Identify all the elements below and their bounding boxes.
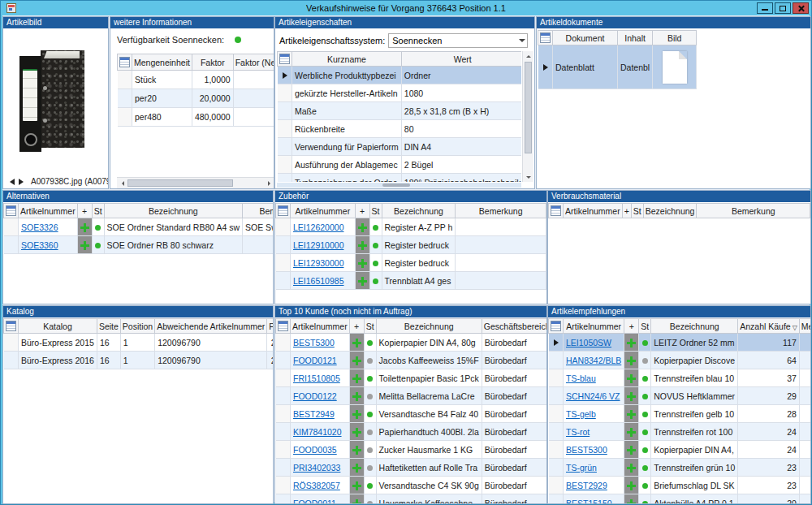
article-number-link[interactable]: FRI1510805 [293, 373, 340, 383]
add-to-order-icon[interactable] [627, 464, 636, 473]
column-header[interactable]: Preis [267, 319, 273, 334]
table-row[interactable]: Büro-Express 20161611200967902.69Kernsor… [4, 352, 274, 369]
add-to-order-icon[interactable] [627, 392, 636, 401]
next-image-button[interactable] [19, 179, 27, 185]
table-row[interactable]: RÖS382057Versandtasche C4 SK 90gBürobeda… [276, 477, 547, 494]
column-header[interactable]: Artikelnummer [291, 204, 356, 218]
table-row[interactable]: per480480,0000100 [118, 108, 274, 127]
scroll-down-icon[interactable] [523, 171, 533, 182]
article-number-link[interactable]: BEST5300 [566, 445, 607, 455]
scrollbar-thumb[interactable] [127, 179, 233, 187]
article-number-link[interactable]: FOOD0011 [293, 499, 336, 504]
column-header[interactable]: + [77, 204, 92, 218]
add-to-order-icon[interactable] [352, 428, 361, 437]
table-row[interactable]: SOE3360SOE Ordner RB 80 schwarz [4, 236, 274, 254]
column-header[interactable]: Anzahl Käufe▽ [738, 319, 800, 334]
table-row[interactable]: TS-blauTrennstreifen blau 103791,0005.12… [549, 369, 811, 387]
table-row[interactable]: FOOD0121Jacobs Kaffeeweiss 15%FBürobedar… [276, 352, 547, 369]
table-row[interactable]: Typbezeichnung der Ordne180° Präzisionsh… [278, 174, 522, 183]
table-row[interactable]: LEI16510985Trennblatt A4 ges [276, 272, 546, 290]
column-header[interactable]: St [364, 319, 376, 334]
add-to-order-icon[interactable] [352, 374, 361, 383]
add-to-order-icon[interactable] [358, 277, 367, 286]
add-to-order-icon[interactable] [352, 481, 361, 490]
article-number-link[interactable]: SOE3326 [21, 222, 58, 232]
table-row[interactable]: per2020,0000100 [118, 89, 274, 108]
thin-horizontal-scrollbar[interactable] [277, 183, 521, 188]
article-number-link[interactable]: PRI3402033 [293, 463, 340, 473]
column-header[interactable]: Mengeneinheit [132, 54, 192, 71]
table-row[interactable]: Rückenbreite80mm [278, 120, 522, 138]
table-row[interactable]: KIM7841020Papierhandtuch 400Bl. 2laBürob… [276, 423, 547, 441]
article-number-link[interactable]: LEI12930000 [293, 258, 343, 268]
add-to-order-icon[interactable] [352, 464, 361, 473]
prev-image-button[interactable] [6, 179, 15, 185]
column-header[interactable]: + [349, 319, 364, 334]
add-to-order-icon[interactable] [627, 410, 636, 419]
article-number-link[interactable]: LEI16510985 [293, 276, 343, 286]
table-row[interactable]: SCHN24/6 VZNOVUS Heftklammer29278,0008.1… [549, 387, 811, 405]
column-header[interactable]: + [355, 204, 369, 218]
table-row[interactable]: TS-grünTrennstreifen grün 102357,0021.11… [549, 459, 811, 477]
table-row[interactable]: BEST5300Kopierpapier DIN A4, 80gBürobeda… [276, 334, 547, 352]
column-header[interactable]: Bemerkung [456, 204, 546, 218]
add-to-order-icon[interactable] [358, 241, 367, 250]
add-to-order-icon[interactable] [358, 259, 367, 268]
add-to-order-icon[interactable] [80, 223, 89, 232]
table-row[interactable]: FOOD0011Hausmarke KaffeesahneBürobedarf3… [276, 494, 547, 504]
column-header[interactable]: Katalog [19, 319, 97, 334]
column-header[interactable]: Bemerkung [243, 204, 273, 218]
article-number-link[interactable]: TS-grün [566, 463, 597, 473]
column-header[interactable]: Faktor [192, 54, 233, 71]
eigenschaftssystem-select[interactable]: Soennecken [388, 33, 528, 48]
table-row[interactable]: LEI12620000Register A-Z PP h [276, 218, 546, 236]
column-header[interactable]: Bezeichnung [376, 319, 482, 334]
table-row[interactable]: FRI1510805Toilettenpapier Basic 1PckBüro… [276, 369, 547, 387]
table-row[interactable]: TS-rotTrennstreifen rot 1002458,0008.12.… [549, 423, 811, 441]
table-row[interactable]: Werbliche ProdukttypbezeiOrdner [278, 67, 522, 84]
table-row[interactable]: TS-gelbTrennstreifen gelb 102863,0025.10… [549, 405, 811, 423]
document-thumbnail-icon[interactable] [663, 51, 687, 84]
add-to-order-icon[interactable] [352, 356, 361, 365]
scroll-right-icon[interactable] [263, 178, 274, 188]
table-row[interactable]: LEI1050SWLEITZ Ordner 52 mm1172.658,0008… [549, 334, 811, 352]
column-header[interactable]: St [369, 204, 382, 218]
add-to-order-icon[interactable] [627, 428, 636, 437]
grid-customize-icon[interactable] [551, 321, 561, 331]
column-header[interactable]: Bezeichnung [104, 204, 242, 218]
table-row[interactable]: HAN8342/BLBKopierpapier Discove641.550,0… [549, 352, 811, 369]
table-row[interactable]: BEST5300Kopierpapier DIN A4,24980,0002.1… [549, 441, 811, 459]
grid-customize-icon[interactable] [279, 54, 290, 64]
scroll-up-icon[interactable] [523, 51, 533, 62]
article-number-link[interactable]: RÖS382057 [293, 481, 340, 490]
article-number-link[interactable]: SCHN24/6 VZ [566, 391, 620, 401]
column-header[interactable]: Geschäftsbereich [482, 319, 546, 334]
column-header[interactable]: Bezeichnung [651, 319, 738, 334]
scrollbar-thumb[interactable] [525, 62, 532, 153]
add-to-order-icon[interactable] [352, 410, 361, 419]
add-to-order-icon[interactable] [352, 339, 361, 347]
table-row[interactable]: Verwendung für PapierformDIN A4 [278, 138, 522, 156]
article-number-link[interactable]: SOE3360 [21, 240, 58, 250]
table-row[interactable]: Ausführung der Ablagemec2 Bügel [278, 156, 522, 174]
table-row[interactable]: LEI12910000Register bedruck [276, 236, 546, 254]
article-number-link[interactable]: BEST2949 [293, 409, 335, 419]
column-header[interactable]: Artikelnummer [564, 319, 624, 334]
article-image[interactable] [3, 29, 108, 172]
grid-customize-icon[interactable] [278, 205, 288, 216]
column-header[interactable]: Bezeichnung [382, 204, 456, 218]
add-to-order-icon[interactable] [627, 356, 636, 365]
table-row[interactable]: LEI12930000Register bedruck [276, 254, 546, 272]
title-bar[interactable]: Verkaufshinweise für Vorgang 376643 Posi… [1, 1, 811, 15]
table-row[interactable]: Stück1,0000100 [118, 71, 274, 89]
column-header[interactable]: Bezeichnung [643, 204, 697, 218]
table-row[interactable]: BEST2929Briefumschlag DL SK2332,0021.11.… [549, 477, 811, 494]
article-number-link[interactable]: TS-rot [566, 427, 590, 437]
grid-customize-icon[interactable] [119, 57, 130, 67]
table-row[interactable]: FOOD0122Melitta Bellacrema LaCreBürobeda… [276, 387, 547, 405]
grid-customize-icon[interactable] [540, 32, 551, 43]
column-header[interactable]: Position [120, 319, 154, 334]
add-to-order-icon[interactable] [627, 446, 636, 455]
scrollbar-thumb[interactable] [382, 183, 410, 187]
column-header[interactable]: + [622, 204, 631, 218]
